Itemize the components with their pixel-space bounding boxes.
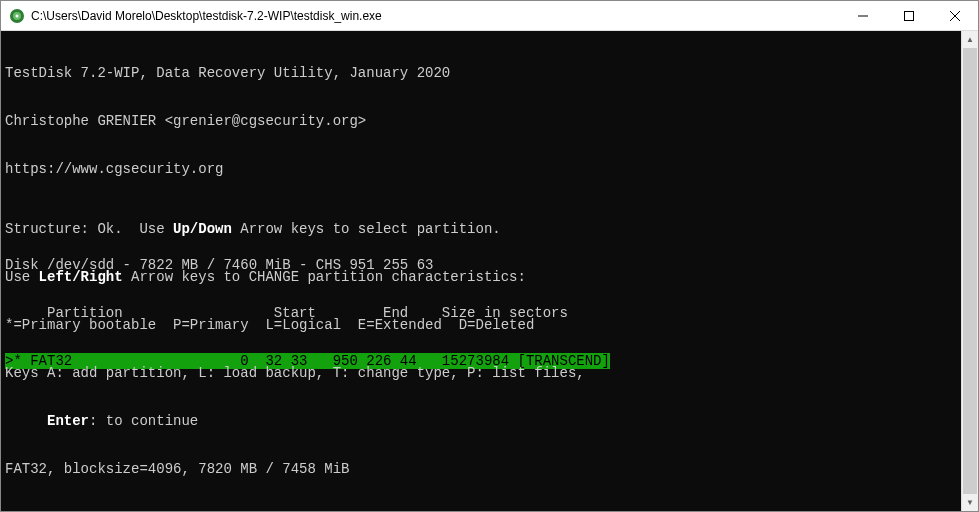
header-line-1: TestDisk 7.2-WIP, Data Recovery Utility,…: [5, 65, 957, 81]
scrollbar-thumb[interactable]: [963, 48, 977, 494]
terminal[interactable]: TestDisk 7.2-WIP, Data Recovery Utility,…: [1, 31, 961, 511]
enter-line: Enter: to continue: [5, 413, 961, 429]
scrollbar-up-arrow-icon[interactable]: ▲: [962, 31, 978, 48]
maximize-button[interactable]: [886, 1, 932, 30]
terminal-wrapper: TestDisk 7.2-WIP, Data Recovery Utility,…: [1, 31, 978, 511]
window-title: C:\Users\David Morelo\Desktop\testdisk-7…: [31, 9, 840, 23]
svg-rect-4: [905, 11, 914, 20]
fat-info-line: FAT32, blocksize=4096, 7820 MB / 7458 Mi…: [5, 461, 961, 477]
scrollbar-track[interactable]: [962, 48, 978, 494]
window-controls: [840, 1, 978, 30]
use-arrows-line: Use Left/Right Arrow keys to CHANGE part…: [5, 269, 961, 285]
minimize-button[interactable]: [840, 1, 886, 30]
header-line-3: https://www.cgsecurity.org: [5, 161, 957, 177]
structure-line: Structure: Ok. Use Up/Down Arrow keys to…: [5, 221, 961, 237]
titlebar: C:\Users\David Morelo\Desktop\testdisk-7…: [1, 1, 978, 31]
legend-line: *=Primary bootable P=Primary L=Logical E…: [5, 317, 961, 333]
keys-line: Keys A: add partition, L: load backup, T…: [5, 365, 961, 381]
scrollbar-down-arrow-icon[interactable]: ▼: [962, 494, 978, 511]
vertical-scrollbar[interactable]: ▲ ▼: [961, 31, 978, 511]
app-icon: [9, 8, 25, 24]
header-line-2: Christophe GRENIER <grenier@cgsecurity.o…: [5, 113, 957, 129]
svg-point-2: [16, 14, 19, 17]
close-button[interactable]: [932, 1, 978, 30]
footer-area: Structure: Ok. Use Up/Down Arrow keys to…: [5, 189, 961, 509]
